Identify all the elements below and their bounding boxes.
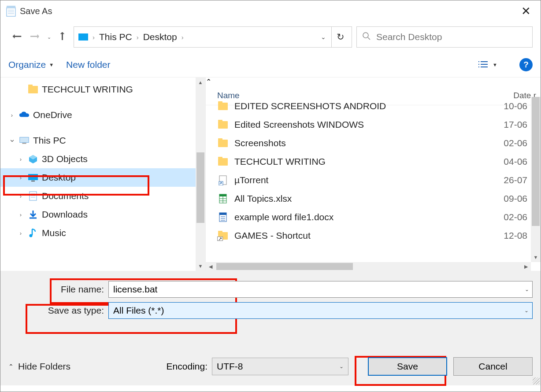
expand-chevron-icon[interactable] — [8, 112, 15, 118]
expand-chevron-icon[interactable] — [17, 156, 24, 163]
tree-item-this-pc[interactable]: This PC — [0, 131, 205, 150]
expand-chevron-icon[interactable] — [8, 136, 15, 145]
tree-item-label: Music — [42, 228, 66, 238]
scroll-right-icon[interactable]: ▶ — [521, 264, 531, 270]
file-scrollbar-horizontal[interactable]: ◀ ▶ — [206, 262, 531, 271]
file-row[interactable]: example word file1.docx02-06 — [206, 208, 531, 226]
tree-item-desktop[interactable]: Desktop — [0, 168, 205, 187]
saveastype-combo[interactable]: All Files (*.*) ⌄ — [108, 302, 533, 319]
3d-icon — [28, 154, 38, 164]
tree-item-label: Desktop — [42, 172, 76, 183]
scroll-down-icon[interactable]: ▼ — [531, 252, 541, 262]
filename-label: File name: — [0, 284, 108, 295]
close-button[interactable]: ✕ — [517, 4, 535, 18]
up-button[interactable]: 🠕 — [53, 28, 71, 46]
tree-item-3d-objects[interactable]: 3D Objects — [0, 150, 205, 168]
search-input[interactable] — [376, 32, 527, 42]
saveastype-label: Save as type: — [0, 305, 108, 316]
file-row[interactable]: Edited Screenshots WINDOWS17-06 — [206, 115, 531, 134]
pc-icon — [78, 33, 88, 41]
svg-rect-18 — [31, 181, 35, 181]
desktop-icon — [28, 173, 38, 182]
address-dropdown[interactable]: ⌄ — [315, 33, 331, 41]
expand-chevron-icon[interactable] — [17, 193, 24, 200]
file-list: ⌃ Name Date r EDITED SCREENSHOTS ANDROID… — [205, 78, 541, 271]
filename-dropdown-icon[interactable]: ⌄ — [525, 286, 529, 292]
chevron-down-icon: ⌄ — [339, 363, 344, 370]
svg-rect-11 — [481, 64, 488, 65]
help-button[interactable]: ? — [519, 58, 533, 71]
file-scrollbar-vertical[interactable]: ▼ — [531, 97, 541, 262]
titlebar: Save As ✕ — [0, 0, 541, 22]
svg-rect-13 — [20, 137, 29, 143]
notepad-icon — [6, 5, 16, 17]
folder-icon — [217, 100, 229, 112]
breadcrumb-sep-icon: › — [91, 33, 96, 41]
breadcrumb-sep-icon: › — [180, 33, 185, 41]
hide-folders-button[interactable]: ⌃ Hide Folders — [8, 361, 70, 372]
organize-menu[interactable]: Organize▼ — [8, 59, 54, 70]
file-date: 02-06 — [495, 138, 531, 148]
search-box[interactable] — [356, 26, 533, 48]
encoding-label: Encoding: — [167, 361, 208, 372]
shortcut-icon — [217, 174, 229, 186]
file-date: 09-06 — [495, 193, 531, 204]
folder-icon — [217, 119, 229, 130]
tree-item-music[interactable]: Music — [0, 224, 205, 242]
resize-grip[interactable] — [533, 377, 540, 385]
new-folder-button[interactable]: New folder — [66, 59, 110, 70]
breadcrumb-root[interactable]: This PC — [96, 32, 135, 42]
cancel-button[interactable]: Cancel — [453, 357, 533, 376]
tree-item-documents[interactable]: Documents — [0, 187, 205, 205]
save-button[interactable]: Save — [368, 357, 447, 376]
svg-line-6 — [368, 37, 370, 40]
file-date: 12-08 — [495, 230, 531, 241]
svg-point-24 — [30, 234, 33, 237]
breadcrumb-sep-icon: › — [135, 33, 141, 41]
tree-item-downloads[interactable]: Downloads — [0, 205, 205, 224]
scroll-thumb[interactable] — [196, 152, 204, 223]
main-area: TECHCULT WRITINGOneDriveThis PC3D Object… — [0, 77, 541, 271]
tree-item-techcult-writing[interactable]: TECHCULT WRITING — [0, 80, 205, 99]
encoding-combo[interactable]: UTF-8 ⌄ — [212, 358, 348, 375]
svg-point-5 — [363, 33, 368, 38]
expand-chevron-icon[interactable] — [17, 174, 24, 181]
music-icon — [28, 228, 38, 238]
file-name: example word file1.docx — [234, 212, 495, 222]
tree-item-onedrive[interactable]: OneDrive — [0, 106, 205, 124]
onedrive-icon — [19, 110, 30, 120]
refresh-button[interactable]: ↻ — [331, 27, 349, 47]
expand-chevron-icon[interactable] — [17, 230, 24, 237]
scroll-down-icon[interactable]: ▼ — [196, 261, 205, 271]
scroll-left-icon[interactable]: ◀ — [206, 264, 215, 270]
svg-rect-10 — [481, 61, 488, 62]
sort-indicator-icon: ⌃ — [206, 78, 211, 85]
folder-shortcut-icon: ↗ — [217, 230, 229, 241]
forward-button[interactable]: 🠖 — [26, 28, 44, 46]
scroll-up-icon[interactable]: ▲ — [196, 78, 205, 87]
history-dropdown[interactable]: ⌄ — [44, 28, 53, 46]
file-row[interactable]: µTorrent26-07 — [206, 171, 531, 189]
breadcrumb-folder[interactable]: Desktop — [141, 32, 180, 42]
svg-rect-26 — [219, 181, 223, 185]
tree-item-label: Downloads — [42, 209, 88, 220]
view-options[interactable]: ▼ — [478, 60, 497, 69]
expand-chevron-icon[interactable] — [17, 211, 24, 218]
svg-rect-8 — [478, 64, 479, 65]
action-row: ⌃ Hide Folders Encoding: UTF-8 ⌄ Save Ca… — [0, 355, 541, 377]
file-row[interactable]: ↗GAMES - Shortcut12-08 — [206, 226, 531, 245]
tree-scrollbar[interactable]: ▲ ▼ — [196, 78, 205, 271]
back-button[interactable]: 🠔 — [8, 28, 26, 46]
address-bar[interactable]: › This PC › Desktop › ⌄ ↻ — [74, 26, 352, 48]
file-row[interactable]: TECHCULT WRITING04-06 — [206, 152, 531, 171]
documents-icon — [28, 191, 38, 201]
filename-row: File name: ⌄ — [0, 279, 541, 300]
filename-input[interactable] — [108, 281, 533, 298]
toolbar: Organize▼ New folder ▼ ? — [0, 52, 541, 77]
scroll-thumb[interactable] — [532, 97, 540, 226]
file-row[interactable]: Screenshots02-06 — [206, 134, 531, 152]
scroll-thumb[interactable] — [216, 263, 353, 270]
file-row[interactable]: EDITED SCREENSHOTS ANDROID10-06 — [206, 97, 531, 115]
tree-item-label: Documents — [42, 191, 89, 201]
file-row[interactable]: All Topics.xlsx09-06 — [206, 189, 531, 208]
